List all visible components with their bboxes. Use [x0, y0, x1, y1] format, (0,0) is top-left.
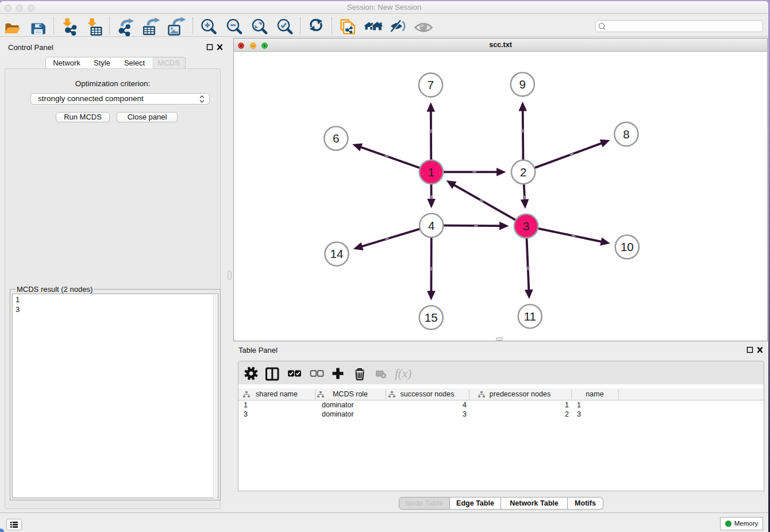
svg-text:4: 4: [428, 219, 434, 232]
svg-text:7: 7: [428, 78, 434, 91]
svg-text:14: 14: [330, 247, 344, 260]
svg-text:8: 8: [623, 128, 629, 141]
svg-text:9: 9: [519, 78, 526, 91]
svg-text:1: 1: [428, 165, 434, 179]
svg-text:3: 3: [523, 219, 529, 233]
svg-text:f(x): f(x): [395, 367, 411, 380]
svg-text:15: 15: [425, 311, 438, 324]
svg-text:2: 2: [520, 165, 526, 179]
svg-text:10: 10: [621, 240, 634, 253]
svg-text:11: 11: [524, 310, 536, 323]
svg-text:6: 6: [333, 132, 339, 145]
